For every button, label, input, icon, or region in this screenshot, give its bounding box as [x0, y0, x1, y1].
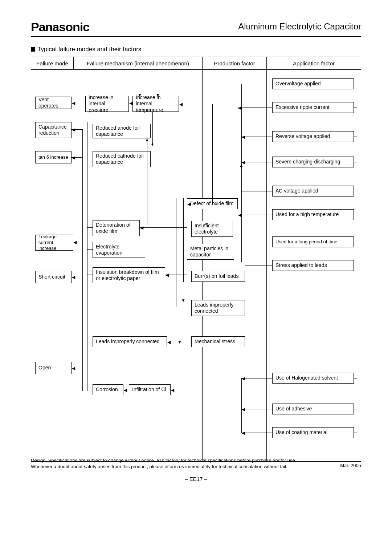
- node-insufficient-electrolyte: Insufficient electrolyte: [191, 221, 233, 237]
- failure-mode-diagram: Faliure mode Faliure mechanism (internal…: [31, 57, 361, 462]
- col-divider-1: [202, 69, 203, 462]
- node-leads-improperly-connected-mech: Leads improperly connected: [93, 336, 167, 347]
- node-ac-voltage: AC voltage applied: [272, 186, 354, 197]
- node-evaporation: Electrolyte evaporation: [93, 242, 145, 258]
- doc-title: Aluminum Electrolytic Capacitor: [238, 21, 361, 32]
- node-mechanical-stress: Mechanical stress: [191, 336, 245, 347]
- node-long-time: Used for a long period of time: [272, 236, 354, 247]
- col-application: Application factor: [266, 57, 361, 70]
- node-internal-temperature: Increase in internal temperature: [132, 96, 179, 112]
- node-coating: Use of coating material: [272, 427, 354, 438]
- node-deterioration: Deterioration of oxide film: [93, 220, 140, 236]
- node-adhesive: Use of adhesive: [272, 404, 354, 414]
- col-production: Production factor: [202, 57, 267, 70]
- node-reduced-cathode: Reduced cathode foil capacitance: [93, 151, 151, 167]
- node-metal-particles: Metal particles in capacitor: [187, 244, 234, 260]
- node-vent-operates: Vent operates: [35, 97, 72, 109]
- node-halogenated: Use of Halogenated solvent: [272, 373, 354, 384]
- col-failure-mode: Faliure mode: [31, 57, 74, 70]
- footer-line1: Design, Specifications are subject to ch…: [31, 458, 361, 464]
- node-internal-pressure: Increase in internal pressure: [85, 96, 129, 112]
- node-overvoltage: Overvoltage applied: [272, 78, 354, 89]
- node-short-circuit: Short circuit: [35, 271, 72, 283]
- node-insulation-breakdown: Insulation breakdown of film or electrol…: [93, 267, 165, 283]
- node-capacitance-reduction: Capacitance reduction: [35, 122, 72, 138]
- page-number: – EE17 –: [0, 476, 392, 482]
- node-burr: Burr(s) on foil leads: [191, 271, 245, 282]
- node-charge-discharge: Severe charging-discharging: [272, 157, 354, 167]
- node-stress-leads: Stress applied to leads: [272, 260, 354, 271]
- node-open: Open: [35, 362, 72, 374]
- node-reduced-anode: Reduced anode foil capacitance: [93, 124, 151, 138]
- node-infiltration: Infiltration of Cl: [129, 384, 171, 395]
- section-title: Typical failure modes and their factors: [31, 46, 361, 53]
- node-leakage-current-increase: Leakage current increase: [35, 235, 73, 251]
- node-reverse-voltage: Reverse voltage applied: [272, 131, 354, 142]
- node-tan-delta-increase: tan δ increase: [35, 151, 72, 163]
- col-mechanism: Faliure mechanism (internal phenomenon): [73, 57, 203, 70]
- node-leads-improperly-connected-prod: Leads improperly connected: [191, 300, 245, 316]
- node-ripple: Excessive ripple current: [272, 102, 354, 113]
- header-rule: [31, 36, 361, 37]
- section-title-text: Typical failure modes and their factors: [37, 46, 141, 53]
- footer: Design, Specifications are subject to ch…: [31, 458, 361, 470]
- node-corrosion: Corrosion: [93, 384, 123, 395]
- footer-line2: Whenever a doubt about safety arises fro…: [31, 464, 361, 470]
- footer-date: Mar. 2005: [340, 463, 361, 469]
- node-high-temperature: Used for a high temperature: [272, 209, 354, 220]
- bullet-icon: [31, 47, 35, 52]
